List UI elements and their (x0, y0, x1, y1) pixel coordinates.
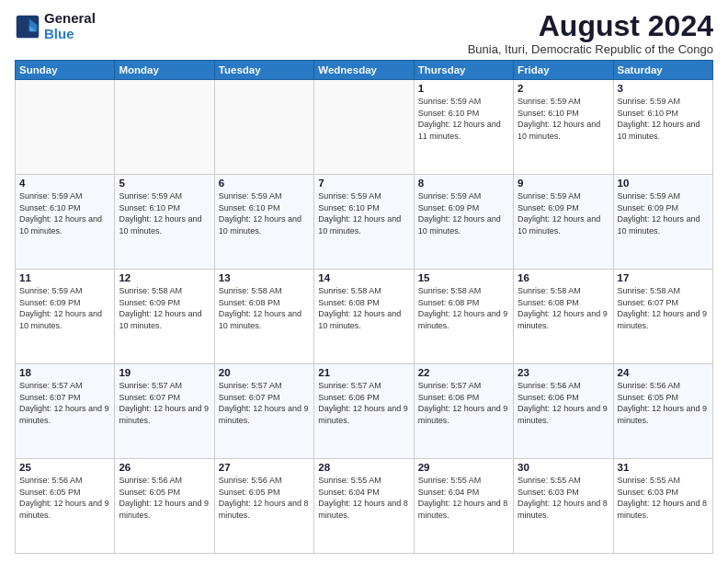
table-row: 30Sunrise: 5:55 AM Sunset: 6:03 PM Dayli… (514, 459, 613, 554)
calendar-week-row: 1Sunrise: 5:59 AM Sunset: 6:10 PM Daylig… (16, 80, 713, 175)
day-info: Sunrise: 5:59 AM Sunset: 6:10 PM Dayligh… (618, 96, 709, 142)
day-number: 31 (618, 462, 709, 473)
table-row: 21Sunrise: 5:57 AM Sunset: 6:06 PM Dayli… (314, 364, 414, 459)
logo-line2: Blue (44, 26, 74, 41)
table-row: 5Sunrise: 5:59 AM Sunset: 6:10 PM Daylig… (115, 175, 214, 270)
day-number: 24 (618, 367, 709, 378)
day-info: Sunrise: 5:59 AM Sunset: 6:10 PM Dayligh… (318, 190, 409, 236)
page: General Blue August 2024 Bunia, Ituri, D… (0, 0, 728, 563)
day-number: 2 (518, 83, 609, 94)
day-info: Sunrise: 5:55 AM Sunset: 6:03 PM Dayligh… (518, 475, 609, 521)
col-wednesday: Wednesday (314, 61, 414, 80)
calendar-week-row: 11Sunrise: 5:59 AM Sunset: 6:09 PM Dayli… (16, 270, 713, 364)
day-number: 27 (219, 462, 310, 473)
table-row: 6Sunrise: 5:59 AM Sunset: 6:10 PM Daylig… (214, 175, 313, 270)
day-info: Sunrise: 5:56 AM Sunset: 6:06 PM Dayligh… (518, 380, 609, 426)
table-row: 1Sunrise: 5:59 AM Sunset: 6:10 PM Daylig… (414, 80, 513, 175)
day-number: 3 (618, 83, 709, 94)
table-row: 2Sunrise: 5:59 AM Sunset: 6:10 PM Daylig… (514, 80, 613, 175)
day-info: Sunrise: 5:59 AM Sunset: 6:09 PM Dayligh… (418, 190, 509, 236)
day-info: Sunrise: 5:59 AM Sunset: 6:09 PM Dayligh… (518, 190, 609, 236)
day-info: Sunrise: 5:57 AM Sunset: 6:06 PM Dayligh… (318, 380, 409, 426)
table-row: 24Sunrise: 5:56 AM Sunset: 6:05 PM Dayli… (613, 364, 712, 459)
table-row: 16Sunrise: 5:58 AM Sunset: 6:08 PM Dayli… (514, 270, 613, 364)
day-info: Sunrise: 5:55 AM Sunset: 6:03 PM Dayligh… (618, 475, 709, 521)
title-block: August 2024 Bunia, Ituri, Democratic Rep… (468, 11, 713, 56)
table-row: 7Sunrise: 5:59 AM Sunset: 6:10 PM Daylig… (314, 175, 414, 270)
col-tuesday: Tuesday (214, 61, 313, 80)
table-row: 23Sunrise: 5:56 AM Sunset: 6:06 PM Dayli… (514, 364, 613, 459)
table-row: 11Sunrise: 5:59 AM Sunset: 6:09 PM Dayli… (16, 270, 115, 364)
col-sunday: Sunday (16, 61, 115, 80)
day-info: Sunrise: 5:57 AM Sunset: 6:06 PM Dayligh… (418, 380, 509, 426)
calendar-week-row: 18Sunrise: 5:57 AM Sunset: 6:07 PM Dayli… (16, 364, 713, 459)
table-row: 19Sunrise: 5:57 AM Sunset: 6:07 PM Dayli… (115, 364, 214, 459)
day-number: 1 (418, 83, 509, 94)
day-number: 7 (318, 178, 409, 189)
calendar-body: 1Sunrise: 5:59 AM Sunset: 6:10 PM Daylig… (16, 80, 713, 554)
table-row: 14Sunrise: 5:58 AM Sunset: 6:08 PM Dayli… (314, 270, 414, 364)
day-number: 20 (219, 367, 310, 378)
col-thursday: Thursday (414, 61, 513, 80)
day-number: 25 (19, 462, 110, 473)
subtitle: Bunia, Ituri, Democratic Republic of the… (468, 42, 713, 56)
table-row: 8Sunrise: 5:59 AM Sunset: 6:09 PM Daylig… (414, 175, 513, 270)
day-info: Sunrise: 5:59 AM Sunset: 6:10 PM Dayligh… (119, 190, 210, 236)
table-row: 10Sunrise: 5:59 AM Sunset: 6:09 PM Dayli… (613, 175, 712, 270)
day-info: Sunrise: 5:59 AM Sunset: 6:09 PM Dayligh… (618, 190, 709, 236)
col-monday: Monday (115, 61, 214, 80)
table-row: 27Sunrise: 5:56 AM Sunset: 6:05 PM Dayli… (214, 459, 313, 554)
table-row: 9Sunrise: 5:59 AM Sunset: 6:09 PM Daylig… (514, 175, 613, 270)
day-info: Sunrise: 5:56 AM Sunset: 6:05 PM Dayligh… (219, 475, 310, 521)
day-info: Sunrise: 5:59 AM Sunset: 6:10 PM Dayligh… (518, 96, 609, 142)
day-info: Sunrise: 5:58 AM Sunset: 6:07 PM Dayligh… (618, 285, 709, 331)
col-friday: Friday (514, 61, 613, 80)
day-info: Sunrise: 5:56 AM Sunset: 6:05 PM Dayligh… (119, 475, 210, 521)
day-number: 28 (318, 462, 409, 473)
day-number: 29 (418, 462, 509, 473)
day-number: 17 (618, 272, 709, 283)
day-info: Sunrise: 5:58 AM Sunset: 6:08 PM Dayligh… (418, 285, 509, 331)
day-info: Sunrise: 5:57 AM Sunset: 6:07 PM Dayligh… (219, 380, 310, 426)
day-info: Sunrise: 5:56 AM Sunset: 6:05 PM Dayligh… (618, 380, 709, 426)
calendar-table: Sunday Monday Tuesday Wednesday Thursday… (15, 60, 713, 554)
table-row (115, 80, 214, 175)
table-row: 12Sunrise: 5:58 AM Sunset: 6:09 PM Dayli… (115, 270, 214, 364)
day-info: Sunrise: 5:58 AM Sunset: 6:08 PM Dayligh… (318, 285, 409, 331)
day-info: Sunrise: 5:58 AM Sunset: 6:08 PM Dayligh… (518, 285, 609, 331)
table-row: 28Sunrise: 5:55 AM Sunset: 6:04 PM Dayli… (314, 459, 414, 554)
day-number: 9 (518, 178, 609, 189)
header: General Blue August 2024 Bunia, Ituri, D… (15, 11, 713, 56)
day-number: 18 (19, 367, 110, 378)
calendar-week-row: 4Sunrise: 5:59 AM Sunset: 6:10 PM Daylig… (16, 175, 713, 270)
table-row: 18Sunrise: 5:57 AM Sunset: 6:07 PM Dayli… (16, 364, 115, 459)
day-number: 11 (19, 272, 110, 283)
logo-line1: General (44, 11, 96, 27)
table-row (16, 80, 115, 175)
day-number: 21 (318, 367, 409, 378)
table-row: 29Sunrise: 5:55 AM Sunset: 6:04 PM Dayli… (414, 459, 513, 554)
table-row: 3Sunrise: 5:59 AM Sunset: 6:10 PM Daylig… (613, 80, 712, 175)
calendar-header-row: Sunday Monday Tuesday Wednesday Thursday… (16, 61, 713, 80)
day-number: 22 (418, 367, 509, 378)
day-number: 6 (219, 178, 310, 189)
day-number: 8 (418, 178, 509, 189)
calendar-week-row: 25Sunrise: 5:56 AM Sunset: 6:05 PM Dayli… (16, 459, 713, 554)
day-info: Sunrise: 5:56 AM Sunset: 6:05 PM Dayligh… (19, 475, 110, 521)
table-row: 25Sunrise: 5:56 AM Sunset: 6:05 PM Dayli… (16, 459, 115, 554)
col-saturday: Saturday (613, 61, 712, 80)
logo-text: General Blue (44, 11, 96, 41)
day-number: 12 (119, 272, 210, 283)
logo-icon (15, 14, 40, 40)
day-info: Sunrise: 5:59 AM Sunset: 6:10 PM Dayligh… (219, 190, 310, 236)
day-number: 10 (618, 178, 709, 189)
day-info: Sunrise: 5:58 AM Sunset: 6:08 PM Dayligh… (219, 285, 310, 331)
day-info: Sunrise: 5:58 AM Sunset: 6:09 PM Dayligh… (119, 285, 210, 331)
day-number: 13 (219, 272, 310, 283)
table-row: 13Sunrise: 5:58 AM Sunset: 6:08 PM Dayli… (214, 270, 313, 364)
day-number: 30 (518, 462, 609, 473)
logo: General Blue (15, 11, 96, 41)
day-number: 14 (318, 272, 409, 283)
table-row (214, 80, 313, 175)
day-number: 23 (518, 367, 609, 378)
